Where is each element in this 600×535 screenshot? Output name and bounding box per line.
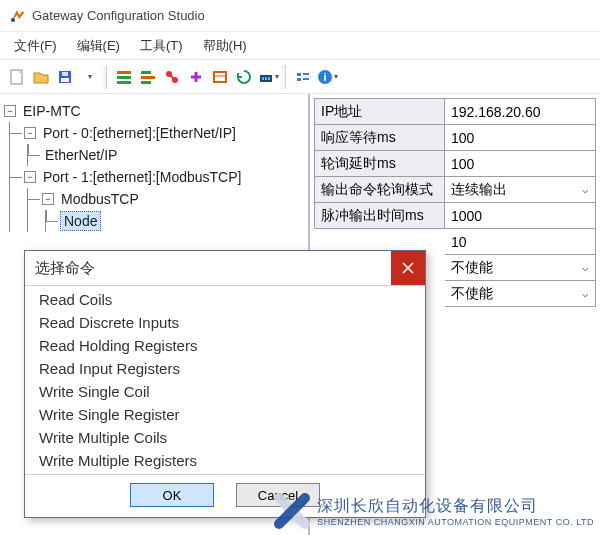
property-value: 不使能 — [451, 285, 493, 303]
svg-rect-8 — [141, 71, 151, 74]
tree-label-selected: Node — [60, 211, 101, 231]
tree-label: EtherNet/IP — [42, 146, 120, 164]
tree-port1[interactable]: − Port - 1:[ethernet]:[ModbusTCP] — [10, 166, 304, 188]
toolbar-separator — [285, 65, 286, 89]
svg-point-0 — [11, 18, 15, 22]
watermark-en: SHENZHEN CHANGXIN AUTOMATION EQUIPMENT C… — [317, 517, 594, 527]
property-value: 不使能 — [451, 259, 493, 277]
property-value: 100 — [451, 156, 474, 172]
property-value-cell[interactable]: 192.168.20.60 — [445, 99, 596, 125]
tool-1-button[interactable] — [113, 66, 135, 88]
tree-port0[interactable]: − Port - 0:[ethernet]:[EtherNet/IP] — [10, 122, 304, 144]
tree-label: Port - 1:[ethernet]:[ModbusTCP] — [40, 168, 244, 186]
svg-rect-7 — [117, 81, 131, 84]
svg-rect-3 — [61, 78, 69, 82]
menubar: 文件(F) 编辑(E) 工具(T) 帮助(H) — [0, 32, 600, 60]
command-list-item[interactable]: Read Input Registers — [25, 357, 425, 380]
svg-rect-18 — [268, 77, 270, 80]
command-list-item[interactable]: Read Holding Registers — [25, 334, 425, 357]
tree-node[interactable]: Node — [46, 210, 304, 232]
property-value-cell[interactable]: 不使能⌵ — [445, 255, 596, 281]
tool-3-button[interactable] — [161, 66, 183, 88]
property-value: 1000 — [451, 208, 482, 224]
property-label: IP地址 — [315, 99, 445, 125]
app-icon — [8, 7, 26, 25]
property-row: IP地址192.168.20.60 — [315, 99, 596, 125]
save-button[interactable] — [54, 66, 76, 88]
toolbar: i — [0, 60, 600, 94]
titlebar: Gateway Configuration Studio — [0, 0, 600, 32]
command-list-item[interactable]: Write Single Coil — [25, 380, 425, 403]
tree-label: EIP-MTC — [20, 102, 84, 120]
property-value-cell[interactable]: 不使能⌵ — [445, 281, 596, 307]
collapse-icon[interactable]: − — [42, 193, 54, 205]
close-icon — [402, 262, 414, 274]
svg-rect-14 — [214, 72, 226, 82]
command-list-item[interactable]: Write Multiple Coils — [25, 426, 425, 449]
tree-label: Port - 0:[ethernet]:[EtherNet/IP] — [40, 124, 239, 142]
tree-port0-child[interactable]: EtherNet/IP — [28, 144, 304, 166]
property-value-cell[interactable]: 100 — [445, 125, 596, 151]
property-row: 响应等待ms100 — [315, 125, 596, 151]
property-label: 轮询延时ms — [315, 151, 445, 177]
tool-7-dropdown-button[interactable] — [257, 66, 279, 88]
svg-rect-10 — [141, 81, 151, 84]
watermark-logo-icon — [273, 492, 311, 530]
menu-tool[interactable]: 工具(T) — [130, 33, 193, 59]
property-value-cell[interactable]: 连续输出⌵ — [445, 177, 596, 203]
save-dropdown-button[interactable] — [78, 66, 100, 88]
property-value: 10 — [451, 234, 467, 250]
svg-rect-9 — [141, 76, 155, 79]
collapse-icon[interactable]: − — [24, 127, 36, 139]
property-row: 输出命令轮询模式连续输出⌵ — [315, 177, 596, 203]
command-list-item[interactable]: Read Discrete Inputs — [25, 311, 425, 334]
select-command-dialog: 选择命令 Read CoilsRead Discrete InputsRead … — [24, 250, 426, 518]
svg-rect-19 — [297, 73, 301, 76]
open-button[interactable] — [30, 66, 52, 88]
property-value: 连续输出 — [451, 181, 507, 199]
svg-rect-17 — [265, 77, 267, 80]
command-list-item[interactable]: Write Multiple Registers — [25, 449, 425, 472]
property-row: 脉冲输出时间ms1000 — [315, 203, 596, 229]
settings-button[interactable] — [292, 66, 314, 88]
menu-edit[interactable]: 编辑(E) — [67, 33, 130, 59]
window-title: Gateway Configuration Studio — [32, 8, 205, 23]
new-button[interactable] — [6, 66, 28, 88]
ok-button[interactable]: OK — [130, 483, 214, 507]
dialog-titlebar: 选择命令 — [25, 251, 425, 285]
collapse-icon[interactable]: − — [24, 171, 36, 183]
dialog-title: 选择命令 — [35, 259, 95, 278]
property-value-cell[interactable]: 1000 — [445, 203, 596, 229]
property-label: 脉冲输出时间ms — [315, 203, 445, 229]
svg-rect-16 — [262, 77, 264, 80]
chevron-down-icon[interactable]: ⌵ — [582, 183, 589, 196]
collapse-icon[interactable]: − — [4, 105, 16, 117]
tree-root[interactable]: − EIP-MTC — [4, 100, 304, 122]
chevron-down-icon[interactable]: ⌵ — [582, 261, 589, 274]
tool-5-button[interactable] — [209, 66, 231, 88]
watermark: 深圳长欣自动化设备有限公司 SHENZHEN CHANGXIN AUTOMATI… — [273, 492, 594, 530]
dialog-close-button[interactable] — [391, 251, 425, 285]
command-list-item[interactable]: Write Single Register — [25, 403, 425, 426]
tool-4-button[interactable] — [185, 66, 207, 88]
tool-2-button[interactable] — [137, 66, 159, 88]
command-list: Read CoilsRead Discrete InputsRead Holdi… — [25, 286, 425, 474]
command-list-item[interactable]: Read Coils — [25, 288, 425, 311]
toolbar-separator — [106, 65, 107, 89]
menu-help[interactable]: 帮助(H) — [193, 33, 257, 59]
svg-text:i: i — [323, 71, 326, 83]
property-value-cell[interactable]: 100 — [445, 151, 596, 177]
menu-file[interactable]: 文件(F) — [4, 33, 67, 59]
dialog-body: Read CoilsRead Discrete InputsRead Holdi… — [25, 285, 425, 517]
chevron-down-icon[interactable]: ⌵ — [582, 287, 589, 300]
svg-line-13 — [169, 74, 175, 80]
info-dropdown-button[interactable]: i — [316, 66, 338, 88]
tool-6-button[interactable] — [233, 66, 255, 88]
property-value: 100 — [451, 130, 474, 146]
tree-port1-child[interactable]: − ModbusTCP — [28, 188, 304, 210]
svg-rect-4 — [62, 72, 68, 76]
property-label: 响应等待ms — [315, 125, 445, 151]
watermark-cn: 深圳长欣自动化设备有限公司 — [317, 496, 594, 517]
svg-rect-5 — [117, 71, 131, 74]
property-value-cell[interactable]: 10 — [445, 229, 596, 255]
